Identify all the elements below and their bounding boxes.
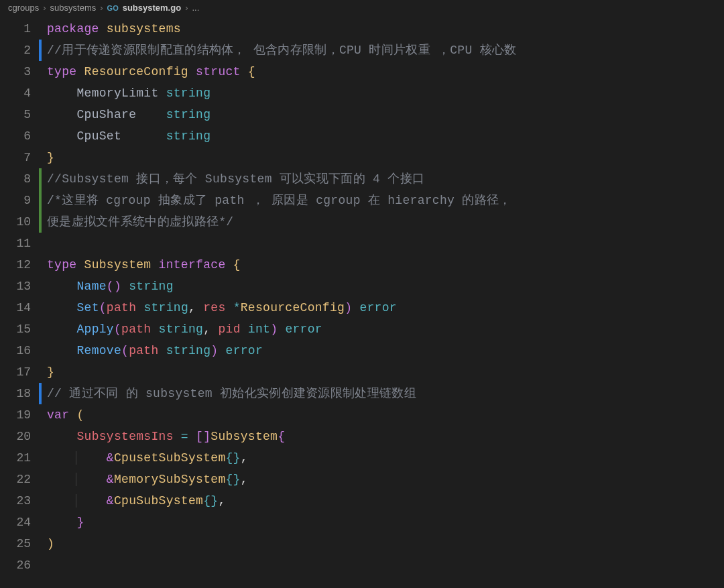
line-number[interactable]: 25 <box>0 537 39 550</box>
gutter-row: 25 <box>0 533 43 554</box>
git-indicator <box>39 340 42 361</box>
gutter-row: 20 <box>0 426 43 447</box>
git-indicator <box>39 490 42 512</box>
git-indicator <box>39 469 42 490</box>
code-line[interactable]: MemoryLimit string <box>47 82 724 104</box>
gutter-row: 21 <box>0 447 43 469</box>
chevron-right-icon: › <box>185 3 188 13</box>
code-line[interactable]: type ResourceConfig struct { <box>47 61 724 82</box>
gutter-row: 23 <box>0 490 43 512</box>
code-line[interactable]: &CpuSubSystem{}, <box>47 490 724 512</box>
code-line[interactable]: &CpusetSubSystem{}, <box>47 447 724 469</box>
git-indicator <box>39 125 42 147</box>
line-number[interactable]: 18 <box>0 387 39 400</box>
line-number[interactable]: 2 <box>0 44 39 57</box>
line-number[interactable]: 9 <box>0 194 39 207</box>
git-indicator <box>39 168 42 190</box>
line-number[interactable]: 22 <box>0 473 39 486</box>
code-line[interactable]: type Subsystem interface { <box>47 254 724 276</box>
code-line[interactable]: Set(path string, res *ResourceConfig) er… <box>47 297 724 318</box>
code-line[interactable]: CpuSet string <box>47 125 724 147</box>
code-line[interactable]: ) <box>47 533 724 554</box>
gutter-row: 4 <box>0 82 43 104</box>
code-line[interactable]: //用于传递资源限制配直的结构体， 包含内存限制，CPU 时间片权重 ，CPU … <box>47 40 724 61</box>
line-number[interactable]: 26 <box>0 558 39 572</box>
line-number[interactable]: 4 <box>0 86 39 100</box>
git-indicator <box>39 533 42 554</box>
breadcrumb[interactable]: cgroups › subsystems › GO subsystem.go ›… <box>0 0 724 15</box>
code-line[interactable]: package subsystems <box>47 18 724 40</box>
code-line[interactable]: Name() string <box>47 276 724 297</box>
code-area[interactable]: package subsystems//用于传递资源限制配直的结构体， 包含内存… <box>43 15 724 576</box>
line-number[interactable]: 3 <box>0 65 39 78</box>
git-indicator <box>39 512 42 533</box>
code-line[interactable]: } <box>47 147 724 168</box>
line-number[interactable]: 23 <box>0 494 39 508</box>
line-number[interactable]: 7 <box>0 151 39 164</box>
line-number[interactable]: 11 <box>0 237 39 250</box>
code-line[interactable]: var ( <box>47 404 724 426</box>
line-number[interactable]: 14 <box>0 301 39 314</box>
chevron-right-icon: › <box>43 3 46 13</box>
gutter-row: 11 <box>0 233 43 254</box>
code-line[interactable]: } <box>47 512 724 533</box>
breadcrumb-symbol[interactable]: ... <box>192 3 199 13</box>
git-indicator <box>39 82 42 104</box>
gutter-row: 22 <box>0 469 43 490</box>
breadcrumb-file[interactable]: subsystem.go <box>123 3 181 13</box>
gutter-row: 14 <box>0 297 43 318</box>
git-indicator <box>39 383 42 404</box>
line-number[interactable]: 15 <box>0 322 39 336</box>
line-number[interactable]: 8 <box>0 172 39 186</box>
line-number[interactable]: 21 <box>0 451 39 465</box>
code-line[interactable]: } <box>47 361 724 383</box>
line-number[interactable]: 19 <box>0 408 39 422</box>
code-line[interactable] <box>47 554 724 576</box>
gutter-row: 8 <box>0 168 43 190</box>
line-number[interactable]: 5 <box>0 108 39 121</box>
line-number[interactable]: 20 <box>0 430 39 443</box>
code-line[interactable]: Apply(path string, pid int) error <box>47 318 724 340</box>
git-indicator <box>39 190 42 211</box>
code-editor[interactable]: 1234567891011121314151617181920212223242… <box>0 15 724 576</box>
line-number[interactable]: 16 <box>0 344 39 357</box>
line-number[interactable]: 13 <box>0 280 39 293</box>
line-number[interactable]: 24 <box>0 516 39 529</box>
code-line[interactable]: // 通过不同 的 subsystem 初始化实例创建资源限制处理链数组 <box>47 383 724 404</box>
git-indicator <box>39 254 42 276</box>
line-number[interactable]: 10 <box>0 215 39 229</box>
gutter-row: 12 <box>0 254 43 276</box>
code-line[interactable]: /*这里将 cgroup 抽象成了 path ， 原因是 cgroup 在 hi… <box>47 190 724 211</box>
breadcrumb-item[interactable]: cgroups <box>8 3 39 13</box>
line-number[interactable]: 17 <box>0 365 39 379</box>
git-indicator <box>39 104 42 125</box>
line-number[interactable]: 6 <box>0 129 39 143</box>
code-line[interactable]: SubsystemsIns = []Subsystem{ <box>47 426 724 447</box>
git-indicator <box>39 447 42 469</box>
gutter: 1234567891011121314151617181920212223242… <box>0 15 43 576</box>
gutter-row: 17 <box>0 361 43 383</box>
gutter-row: 13 <box>0 276 43 297</box>
go-file-icon: GO <box>107 4 119 12</box>
code-line[interactable]: Remove(path string) error <box>47 340 724 361</box>
code-line[interactable] <box>47 233 724 254</box>
gutter-row: 6 <box>0 125 43 147</box>
breadcrumb-item[interactable]: subsystems <box>50 3 97 13</box>
gutter-row: 1 <box>0 18 43 40</box>
code-line[interactable]: CpuShare string <box>47 104 724 125</box>
code-line[interactable]: //Subsystem 接口，每个 Subsystem 可以实现下面的 4 个接… <box>47 168 724 190</box>
line-number[interactable]: 12 <box>0 258 39 272</box>
gutter-row: 10 <box>0 211 43 233</box>
git-indicator <box>39 40 42 61</box>
git-indicator <box>39 297 42 318</box>
code-line[interactable]: 便是虚拟文件系统中的虚拟路径*/ <box>47 211 724 233</box>
gutter-row: 5 <box>0 104 43 125</box>
gutter-row: 16 <box>0 340 43 361</box>
git-indicator <box>39 18 42 40</box>
code-line[interactable]: &MemorySubSystem{}, <box>47 469 724 490</box>
gutter-row: 7 <box>0 147 43 168</box>
git-indicator <box>39 276 42 297</box>
gutter-row: 9 <box>0 190 43 211</box>
gutter-row: 3 <box>0 61 43 82</box>
line-number[interactable]: 1 <box>0 22 39 36</box>
